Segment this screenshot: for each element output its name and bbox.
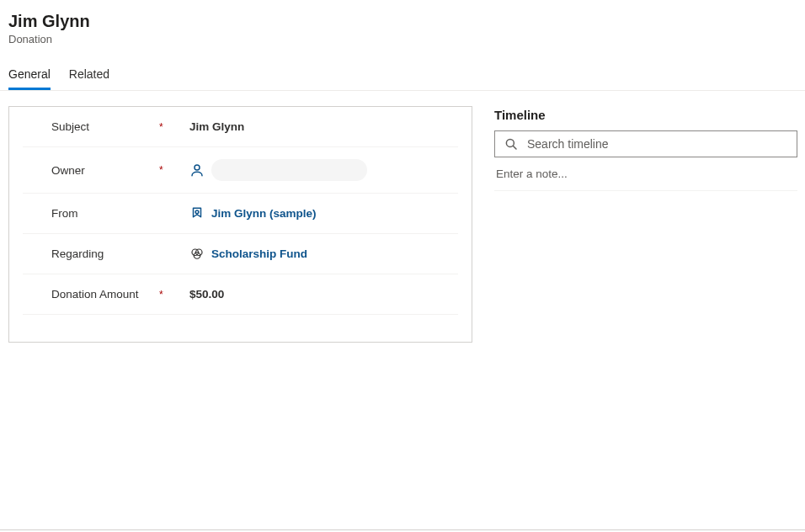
search-icon xyxy=(504,136,519,152)
field-regarding: Regarding Scholarship Fund xyxy=(23,234,458,274)
from-link-text: Jim Glynn (sample) xyxy=(211,207,317,220)
regarding-link-text: Scholarship Fund xyxy=(211,247,307,260)
field-subject: Subject * Jim Glynn xyxy=(23,107,458,147)
timeline-search[interactable] xyxy=(494,130,797,157)
person-icon xyxy=(189,162,205,178)
value-donation-amount[interactable]: $50.00 xyxy=(189,288,224,301)
field-owner: Owner * xyxy=(23,147,458,194)
fund-icon xyxy=(189,247,205,262)
timeline-search-input[interactable] xyxy=(527,137,788,151)
label-regarding: Regarding xyxy=(51,247,159,260)
label-from: From xyxy=(51,207,159,220)
value-regarding[interactable]: Scholarship Fund xyxy=(189,247,307,262)
bottom-divider xyxy=(0,529,805,530)
owner-value-placeholder xyxy=(211,159,367,181)
tab-general[interactable]: General xyxy=(8,67,51,90)
page-title: Jim Glynn xyxy=(8,12,797,31)
label-subject: Subject xyxy=(51,120,159,133)
svg-point-1 xyxy=(195,210,199,213)
tab-related[interactable]: Related xyxy=(69,67,109,90)
svg-point-0 xyxy=(195,165,200,170)
value-subject[interactable]: Jim Glynn xyxy=(189,120,244,133)
field-donation-amount: Donation Amount * $50.00 xyxy=(23,274,458,315)
form-tabs: General Related xyxy=(0,67,805,91)
entity-subtype: Donation xyxy=(8,33,797,45)
required-indicator: * xyxy=(159,123,163,131)
timeline-panel: Timeline Enter a note... xyxy=(494,106,797,343)
value-owner[interactable] xyxy=(189,159,367,181)
form-card: Subject * Jim Glynn Owner * From xyxy=(8,106,472,343)
field-from: From Jim Glynn (sample) xyxy=(23,194,458,234)
required-indicator: * xyxy=(159,290,163,299)
timeline-title: Timeline xyxy=(494,108,797,122)
label-donation-amount: Donation Amount xyxy=(51,288,159,301)
required-indicator: * xyxy=(159,166,163,174)
label-owner: Owner xyxy=(51,164,159,177)
value-from[interactable]: Jim Glynn (sample) xyxy=(189,206,317,221)
timeline-note-entry[interactable]: Enter a note... xyxy=(494,157,797,191)
svg-line-6 xyxy=(513,146,516,149)
contact-icon xyxy=(189,206,205,221)
